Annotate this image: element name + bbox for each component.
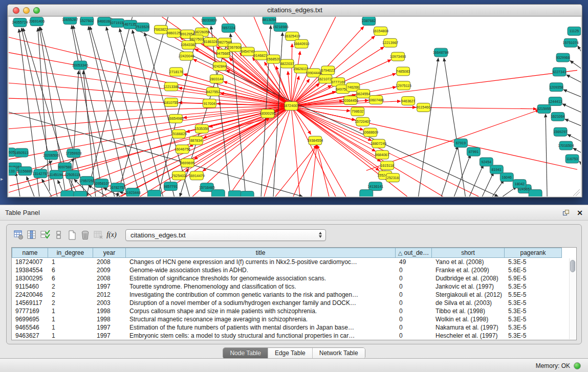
table-cell[interactable]: 9463627: [12, 332, 48, 340]
column-header-short[interactable]: short: [432, 248, 505, 258]
zoom-window-icon[interactable]: [33, 7, 40, 14]
table-row[interactable]: 1872400712008Changes of HCN gene express…: [12, 258, 576, 266]
table-cell[interactable]: 5.3E-5: [505, 315, 562, 323]
graph-edge-black[interactable]: [454, 155, 470, 196]
table-cell[interactable]: Tibbo et al. (1998): [432, 307, 505, 315]
graph-edge-black[interactable]: [86, 17, 133, 196]
graph-edge-black[interactable]: [106, 27, 149, 196]
graph-edge-red[interactable]: [291, 106, 300, 196]
graph-edge-black[interactable]: [562, 104, 581, 113]
tab-network-table[interactable]: Network Table: [313, 348, 365, 359]
table-row[interactable]: 1830029562008Estimation of significance …: [12, 274, 576, 282]
graph-edge-red[interactable]: [291, 106, 407, 196]
table-row[interactable]: 969969511998Structural magnetic resonanc…: [12, 315, 576, 323]
row-height-icon[interactable]: [52, 228, 65, 242]
table-cell[interactable]: Disruption of a novel member of a sodium…: [126, 299, 396, 307]
column-header-out_de[interactable]: △ out_de…: [396, 248, 432, 258]
graph-edge-black[interactable]: [16, 172, 20, 196]
float-panel-icon[interactable]: [563, 210, 570, 216]
graph-edge-black[interactable]: [492, 180, 504, 196]
table-cell[interactable]: 2008: [93, 274, 126, 282]
table-cell[interactable]: 2: [48, 291, 93, 299]
graph-edge-black[interactable]: [42, 179, 52, 196]
graph-edge-red[interactable]: [9, 106, 291, 144]
graph-edge-red[interactable]: [293, 145, 317, 196]
close-panel-icon[interactable]: ✕: [577, 209, 583, 216]
vertical-scrollbar[interactable]: [569, 258, 576, 339]
table-cell[interactable]: Investigating the contribution of common…: [126, 291, 396, 299]
graph-edge-red[interactable]: [102, 118, 269, 196]
graph-node[interactable]: [74, 191, 87, 196]
graph-edge-black[interactable]: [469, 165, 483, 196]
table-row[interactable]: 977716911998Corpus callosum shape and si…: [12, 307, 576, 315]
table-panel-header[interactable]: Table Panel ✕: [0, 205, 588, 221]
graph-edge-black[interactable]: [563, 90, 581, 98]
graph-edge-red[interactable]: [291, 44, 292, 106]
table-cell[interactable]: 0: [396, 299, 432, 307]
column-header-title[interactable]: title: [126, 248, 396, 258]
table-cell[interactable]: Estimation of the future numbers of pati…: [126, 323, 396, 332]
graph-edge-black[interactable]: [570, 61, 581, 70]
graph-edge-black[interactable]: [573, 148, 581, 156]
table-cell[interactable]: 1: [48, 332, 93, 340]
delete-rows-icon[interactable]: [78, 228, 92, 242]
table-cell[interactable]: 5.5E-5: [505, 291, 562, 299]
table-cell[interactable]: 19384554: [12, 266, 48, 274]
table-cell[interactable]: 0: [396, 274, 432, 282]
tab-edge-table[interactable]: Edge Table: [268, 348, 313, 359]
table-cell[interactable]: Franke et al. (2009): [432, 266, 505, 274]
column-header-pagerank[interactable]: pagerank: [505, 248, 562, 258]
table-cell[interactable]: Embryonic stem cells: a model to study s…: [126, 332, 396, 340]
graph-edge-black[interactable]: [565, 119, 581, 128]
minimize-window-icon[interactable]: [23, 7, 30, 14]
table-cell[interactable]: 1: [48, 323, 93, 332]
table-row[interactable]: 2242004622012Investigating the contribut…: [12, 291, 576, 299]
graph-edge-black[interactable]: [578, 46, 581, 55]
table-cell[interactable]: 1997: [93, 282, 126, 291]
new-table-icon[interactable]: [65, 228, 78, 242]
table-cell[interactable]: 0: [396, 291, 432, 299]
table-cell[interactable]: 6: [48, 266, 93, 274]
table-cell[interactable]: 1997: [93, 332, 126, 340]
column-header-name[interactable]: name: [12, 248, 48, 258]
table-cell[interactable]: Estimation of significance thresholds fo…: [126, 274, 396, 282]
table-cell[interactable]: Wolkin et al. (1998): [432, 315, 505, 323]
table-cell[interactable]: Stergiakouli et al. (2012): [432, 291, 505, 299]
graph-edge-red[interactable]: [291, 106, 386, 173]
graph-edge-red[interactable]: [291, 106, 536, 109]
graph-node[interactable]: [148, 190, 161, 196]
graph-node[interactable]: [360, 190, 373, 196]
table-cell[interactable]: Dudbridge et al. (2008): [432, 274, 505, 282]
tab-node-table[interactable]: Node Table: [223, 348, 268, 359]
table-cell[interactable]: 2: [48, 299, 93, 307]
table-cell[interactable]: 22420046: [12, 291, 48, 299]
table-cell[interactable]: 0: [396, 323, 432, 332]
panel-collapse-arrow-icon[interactable]: ▸: [1, 176, 3, 182]
graph-node[interactable]: [228, 191, 242, 196]
table-cell[interactable]: Yano et al. (2008): [432, 258, 505, 266]
window-resize-grip[interactable]: [573, 189, 580, 196]
table-select-dropdown[interactable]: citations_edges.txt: [125, 229, 326, 241]
graph-edge-red[interactable]: [275, 145, 317, 196]
table-cell[interactable]: de Silva et al. (2003): [432, 299, 505, 307]
table-cell[interactable]: 5.6E-5: [505, 266, 562, 274]
table-cell[interactable]: Genome-wide association studies in ADHD.: [126, 266, 396, 274]
table-cell[interactable]: 9115460: [12, 282, 48, 291]
graph-edge-black[interactable]: [117, 17, 168, 196]
table-cell[interactable]: 9699695: [12, 315, 48, 323]
table-cell[interactable]: Tourette syndrome. Phenomenology and cla…: [126, 282, 396, 291]
graph-edge-red[interactable]: [9, 106, 291, 129]
table-cell[interactable]: 5.3E-5: [505, 307, 562, 315]
select-rows-icon[interactable]: [38, 228, 52, 242]
graph-edge-red[interactable]: [317, 145, 329, 196]
select-column-icon[interactable]: [25, 228, 38, 242]
table-cell[interactable]: 2008: [93, 258, 126, 266]
table-cell[interactable]: 0: [396, 315, 432, 323]
table-cell[interactable]: 0: [396, 282, 432, 291]
graph-edge-black[interactable]: [120, 29, 163, 196]
table-cell[interactable]: 5.3E-5: [505, 299, 562, 307]
table-cell[interactable]: 5.3E-5: [505, 323, 562, 332]
table-cell[interactable]: 14569117: [12, 299, 48, 307]
column-header-year[interactable]: year: [93, 248, 126, 258]
graph-node[interactable]: [211, 190, 225, 196]
